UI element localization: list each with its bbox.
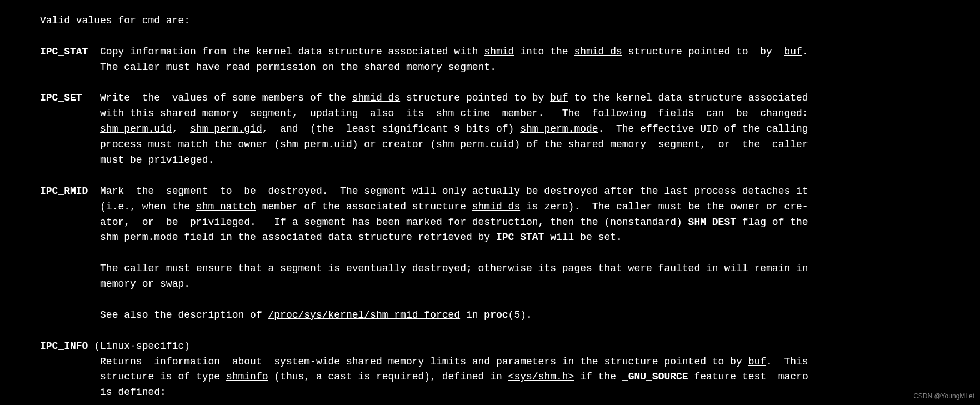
ipc-set-t1: Write the values of some members of the — [100, 92, 352, 103]
ipc-rmid-l3a: ator, or be privileged. If a segment has… — [100, 217, 688, 228]
intro-suffix: are: — [160, 15, 190, 26]
ipc-stat-tag: IPC_STAT — [40, 46, 88, 57]
ipc-set-t2: structure pointed to by — [400, 92, 550, 103]
ipc-info-tag: IPC_INFO — [40, 341, 88, 352]
ipc-info-l2d: feature test macro — [688, 371, 808, 382]
watermark: CSDN @YoungMLet — [913, 391, 974, 402]
manpage-content: Valid values for cmd are: IPC_STAT Copy … — [0, 0, 980, 405]
ipc-set-l4a: process must match the owner ( — [100, 139, 280, 150]
ipc-set-sep1: , — [172, 123, 190, 134]
ipc-stat-shmid-ds: shmid_ds — [574, 46, 622, 57]
ipc-stat-text3: structure pointed to by — [622, 46, 784, 57]
ipc-stat-shmid: shmid — [484, 46, 514, 57]
ipc-rmid-ipc-stat: IPC_STAT — [496, 232, 544, 243]
ipc-info-l1b: . This — [766, 356, 808, 367]
ipc-set-shmid-ds: shmid_ds — [352, 92, 400, 103]
ipc-rmid-proc: proc — [484, 309, 508, 321]
ipc-rmid-p3a: See also the description of — [100, 309, 268, 321]
ipc-set-l4c: ) of the shared memory segment, or the c… — [514, 139, 808, 150]
ipc-rmid-tag: IPC_RMID — [40, 186, 88, 197]
ipc-info-l2b: (thus, a cast is required), defined in — [268, 371, 508, 382]
ipc-rmid-shmid-ds: shmid_ds — [472, 201, 520, 212]
ipc-rmid-l2c: is zero). The caller must be the owner o… — [520, 201, 808, 212]
ipc-rmid-t1: Mark the segment to be destroyed. The se… — [100, 186, 808, 197]
ipc-stat-buf: buf — [784, 46, 802, 57]
ipc-set-uid: shm_perm.uid — [100, 123, 172, 134]
ipc-info-l2a: structure is of type — [100, 371, 226, 382]
ipc-set-l2b: member. The following fields can be chan… — [490, 108, 808, 119]
ipc-rmid-l4b: field in the associated data structure r… — [178, 232, 496, 243]
ipc-stat-text2: into the — [514, 46, 574, 57]
ipc-rmid-must: must — [166, 263, 190, 274]
ipc-rmid-l2b: member of the associated structure — [256, 201, 472, 212]
ipc-set-tag: IPC_SET — [40, 92, 82, 103]
ipc-info-shminfo: shminfo — [226, 371, 268, 382]
ipc-rmid-l3b: flag of the — [736, 217, 808, 228]
ipc-rmid-p2a: The caller — [100, 263, 166, 274]
ipc-set-sep2: , and (the least significant 9 bits of) — [262, 123, 520, 134]
ipc-set-gid: shm_perm.gid — [190, 123, 262, 134]
ipc-set-l5: must be privileged. — [100, 154, 214, 166]
ipc-set-cuid: shm_perm.cuid — [436, 139, 514, 150]
ipc-rmid-p3c: (5). — [508, 309, 532, 321]
ipc-set-uid2: shm_perm.uid — [280, 139, 352, 150]
ipc-rmid-l2a: (i.e., when the — [100, 201, 196, 212]
ipc-rmid-nattch: shm_nattch — [196, 201, 256, 212]
ipc-info-buf: buf — [748, 356, 766, 367]
ipc-set-ctime: shm_ctime — [436, 108, 490, 119]
ipc-rmid-p3b: in — [460, 309, 484, 321]
intro-cmd: cmd — [142, 15, 160, 26]
ipc-info-linux: (Linux-specific) — [88, 341, 190, 352]
ipc-rmid-mode: shm_perm.mode — [100, 232, 178, 243]
ipc-stat-text: Copy information from the kernel data st… — [100, 46, 484, 57]
ipc-rmid-p2c: memory or swap. — [100, 278, 190, 289]
ipc-set-mode: shm_perm.mode — [520, 123, 598, 134]
ipc-info-l3: is defined: — [100, 387, 166, 398]
ipc-rmid-shm-dest: SHM_DEST — [688, 217, 736, 228]
ipc-info-header: <sys/shm.h> — [508, 371, 574, 382]
ipc-info-l2c: if the — [574, 371, 622, 382]
ipc-rmid-l4c: will be set. — [544, 232, 622, 243]
intro-prefix: Valid values for — [40, 15, 142, 26]
ipc-rmid-p2b: ensure that a segment is eventually dest… — [190, 263, 808, 274]
ipc-set-buf: buf — [550, 92, 568, 103]
ipc-info-l1a: Returns information about system-wide sh… — [100, 356, 748, 367]
ipc-info-gnu: _GNU_SOURCE — [622, 371, 688, 382]
ipc-set-t3: to the kernel data structure associated — [568, 92, 808, 103]
ipc-stat-line2: The caller must have read permission on … — [100, 62, 496, 73]
ipc-rmid-proc-path: /proc/sys/kernel/shm_rmid_forced — [268, 309, 460, 321]
ipc-set-l3b: . The effective UID of the calling — [598, 123, 808, 134]
ipc-set-l2a: with this shared memory segment, updatin… — [100, 108, 436, 119]
ipc-stat-text4: . — [802, 46, 808, 57]
ipc-set-l4b: ) or creator ( — [352, 139, 436, 150]
